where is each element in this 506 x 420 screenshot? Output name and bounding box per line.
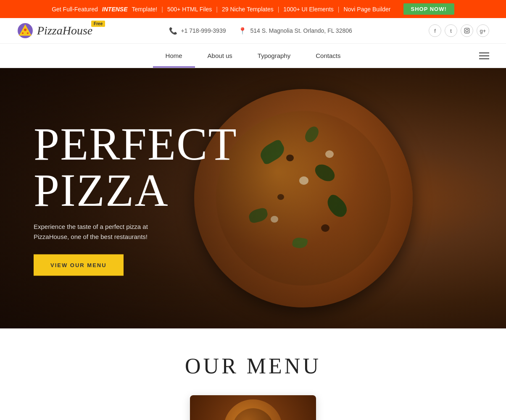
- phone-number: +1 718-999-3939: [181, 27, 226, 34]
- hero-title-line1: PERFECT: [34, 118, 237, 170]
- shop-now-button[interactable]: SHOP NOW!: [403, 3, 454, 15]
- site-header: PizzaHouse Free 📞 +1 718-999-3939 📍 514 …: [0, 18, 506, 44]
- phone-contact: 📞 +1 718-999-3939: [169, 27, 226, 35]
- location-icon: 📍: [238, 27, 247, 35]
- promo-suffix: Template!: [132, 6, 158, 13]
- menu-section: OUR MENU Pizzas: [0, 328, 506, 420]
- logo-area: PizzaHouse Free: [17, 22, 92, 39]
- menu-section-title: OUR MENU: [17, 354, 489, 378]
- menu-card-image: [190, 395, 316, 420]
- nav-link-about[interactable]: About us: [195, 44, 245, 68]
- nav-item-typography: Typography: [245, 44, 303, 68]
- menu-preview: Pizzas: [17, 395, 489, 420]
- promo-feature-3: 1000+ UI Elements: [283, 6, 333, 13]
- hero-subtitle: Experience the taste of a perfect pizza …: [34, 222, 168, 242]
- promo-feature-1: 500+ HTML Files: [167, 6, 212, 13]
- nav-item-home: Home: [153, 44, 195, 68]
- hero-title-line2: PIZZA: [34, 165, 169, 216]
- hamburger-menu[interactable]: [479, 52, 489, 59]
- nav-link-home[interactable]: Home: [153, 44, 195, 68]
- address-text: 514 S. Magnolia St. Orlando, FL 32806: [250, 27, 352, 34]
- address-contact: 📍 514 S. Magnolia St. Orlando, FL 32806: [238, 27, 352, 35]
- promo-feature-2: 29 Niche Templates: [222, 6, 274, 13]
- hero-section: PERFECT PIZZA Experience the taste of a …: [0, 68, 506, 328]
- promo-feature-4: Novi Page Builder: [343, 6, 390, 13]
- svg-point-4: [27, 32, 29, 34]
- hero-title: PERFECT PIZZA: [34, 121, 237, 213]
- promo-bar: Get Full-Featured INTENSE Template! | 50…: [0, 0, 506, 18]
- nav-item-about: About us: [195, 44, 245, 68]
- social-icons: f t g+: [429, 24, 489, 37]
- free-badge: Free: [91, 21, 105, 27]
- phone-icon: 📞: [169, 27, 177, 35]
- twitter-icon[interactable]: t: [445, 24, 457, 37]
- header-contact: 📞 +1 718-999-3939 📍 514 S. Magnolia St. …: [92, 27, 429, 35]
- svg-point-7: [468, 29, 469, 29]
- promo-brand: INTENSE: [102, 6, 128, 13]
- svg-point-3: [22, 32, 24, 34]
- svg-point-6: [466, 29, 468, 32]
- svg-rect-5: [464, 28, 469, 33]
- svg-point-2: [24, 29, 26, 31]
- logo-text: PizzaHouse: [37, 24, 92, 37]
- facebook-icon[interactable]: f: [429, 24, 441, 37]
- promo-prefix: Get Full-Featured: [52, 6, 98, 13]
- googleplus-icon[interactable]: g+: [477, 24, 489, 37]
- promo-separator-1: |: [161, 6, 163, 13]
- promo-separator-2: |: [216, 6, 218, 13]
- nav-links: Home About us Typography Contacts: [153, 44, 353, 68]
- menu-card-pizzas[interactable]: Pizzas: [190, 395, 316, 420]
- pizza-icon: [17, 22, 34, 39]
- hero-content: PERFECT PIZZA Experience the taste of a …: [34, 121, 237, 276]
- promo-separator-4: |: [338, 6, 340, 13]
- nav-item-contacts: Contacts: [303, 44, 353, 68]
- instagram-icon[interactable]: [461, 24, 473, 37]
- card-pizza-visual: [224, 399, 282, 420]
- nav-link-typography[interactable]: Typography: [245, 44, 303, 68]
- main-nav: Home About us Typography Contacts: [0, 44, 506, 68]
- promo-separator-3: |: [278, 6, 279, 13]
- nav-link-contacts[interactable]: Contacts: [303, 44, 353, 68]
- view-menu-button[interactable]: VIEW OUR MENU: [34, 255, 124, 276]
